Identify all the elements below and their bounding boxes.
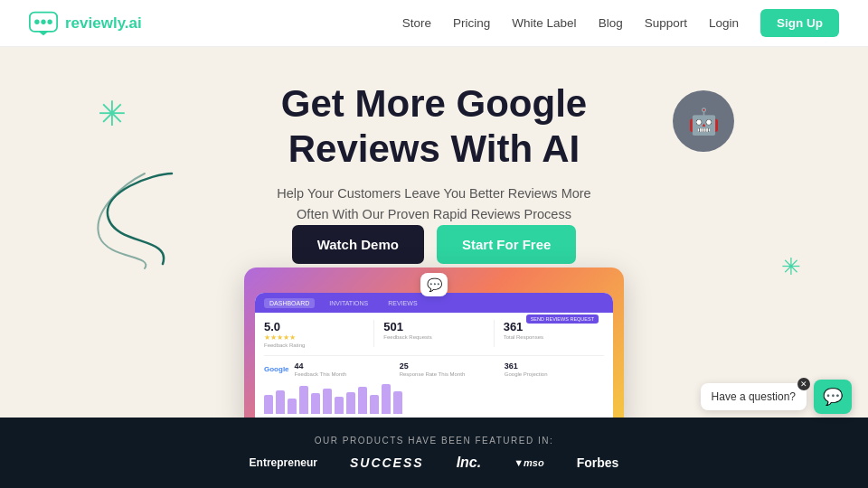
- navbar: reviewly.ai Store Pricing White Label Bl…: [0, 0, 868, 47]
- stat-rating: 5.0 ★★★★★ Feedback Rating: [264, 320, 364, 348]
- stat-this-month: 44 Feedback This Month: [295, 361, 394, 377]
- chat-bubble-wrapper: Have a question? ✕: [701, 383, 807, 410]
- logo-icon: [29, 11, 58, 36]
- bar-11: [382, 384, 391, 414]
- this-month-label: Feedback This Month: [295, 371, 394, 377]
- logo-text: reviewly.ai: [65, 14, 142, 33]
- chat-widget: Have a question? ✕ 💬: [701, 380, 852, 414]
- nav-store[interactable]: Store: [402, 16, 431, 30]
- hero-subtitle: Help Your Customers Leave You Better Rev…: [271, 183, 597, 225]
- bar-12: [393, 391, 402, 414]
- bar-4: [299, 386, 308, 415]
- chat-button[interactable]: 💬: [814, 380, 852, 414]
- squiggle-deco: [81, 164, 199, 273]
- logo-inc: Inc.: [457, 455, 482, 471]
- logo-forbes: Forbes: [577, 455, 619, 470]
- send-reviews-btn: SEND REVIEWS REQUEST: [526, 314, 599, 324]
- bar-10: [370, 395, 379, 414]
- response-rate-label: Response Rate This Month: [400, 371, 499, 377]
- divider-1: [373, 320, 374, 347]
- bar-3: [288, 399, 297, 415]
- stats-row: 5.0 ★★★★★ Feedback Rating 501 Feedback R…: [264, 320, 604, 348]
- nav-blog[interactable]: Blog: [599, 16, 623, 30]
- logo-mso: ▼mso: [514, 457, 544, 468]
- robot-icon: 🤖: [673, 90, 734, 152]
- hero-title: Get More Google Reviews With AI: [281, 81, 587, 171]
- feedback-label: Feedback Requests: [383, 334, 484, 340]
- nav-pricing[interactable]: Pricing: [453, 16, 490, 30]
- google-projected-label: Google Projection: [505, 371, 604, 377]
- bar-7: [335, 397, 344, 414]
- featured-label: OUR PRODUCTS HAVE BEEN FEATURED IN:: [315, 436, 553, 446]
- nav-whitelabel[interactable]: White Label: [512, 16, 576, 30]
- bar-chart: [264, 382, 604, 414]
- feedback-number: 501: [383, 320, 484, 333]
- divider-2: [494, 320, 495, 347]
- featured-logos: Entrepreneur SUCCESS Inc. ▼mso Forbes: [250, 455, 619, 471]
- rating-number: 5.0: [264, 320, 364, 333]
- logo-entrepreneur: Entrepreneur: [250, 456, 317, 469]
- tab-dashboard: DASHBOARD: [264, 298, 315, 308]
- dashboard-mockup: 💬 DASHBOARD INVITATIONS REVIEWS SEND REV…: [244, 267, 624, 418]
- google-row: Google 44 Feedback This Month 25 Respons…: [264, 355, 604, 377]
- logo[interactable]: reviewly.ai: [29, 11, 142, 36]
- logo-success: SUCCESS: [350, 455, 424, 470]
- stat-feedback: 501 Feedback Requests: [383, 320, 484, 340]
- hero-section: ✳ 🤖 ✳ Get More Google Reviews With AI He…: [0, 47, 868, 418]
- nav-support[interactable]: Support: [645, 16, 687, 30]
- svg-point-1: [34, 19, 39, 23]
- snowflake-left-icon: ✳: [98, 94, 127, 134]
- bar-9: [358, 387, 367, 414]
- signup-button[interactable]: Sign Up: [760, 9, 839, 37]
- nav-login[interactable]: Login: [709, 16, 739, 30]
- rating-label: Feedback Rating: [264, 343, 364, 348]
- bottom-bar: OUR PRODUCTS HAVE BEEN FEATURED IN: Entr…: [0, 418, 868, 488]
- chat-bubble: Have a question?: [701, 383, 807, 410]
- tab-invitations: INVITATIONS: [324, 298, 373, 308]
- watch-demo-button[interactable]: Watch Demo: [292, 225, 424, 264]
- response-rate-num: 25: [400, 361, 499, 371]
- snowflake-right-icon: ✳: [781, 253, 801, 281]
- rating-stars: ★★★★★: [264, 333, 364, 342]
- bar-6: [323, 389, 332, 414]
- nav-links: Store Pricing White Label Blog Support L…: [402, 9, 839, 37]
- bar-5: [311, 393, 320, 414]
- bar-2: [276, 390, 285, 414]
- svg-point-2: [41, 19, 45, 23]
- start-free-button[interactable]: Start For Free: [437, 225, 576, 264]
- chat-close-icon[interactable]: ✕: [797, 378, 810, 390]
- chat-mockup-icon: 💬: [420, 273, 448, 296]
- google-logo: Google: [264, 365, 289, 373]
- stat-response-rate: 25 Response Rate This Month: [400, 361, 499, 377]
- bar-1: [264, 395, 273, 414]
- this-month-num: 44: [295, 361, 394, 371]
- google-projected-num: 361: [505, 361, 604, 371]
- dashboard-content: 5.0 ★★★★★ Feedback Rating 501 Feedback R…: [255, 313, 613, 418]
- svg-point-3: [47, 19, 52, 23]
- dashboard-inner: DASHBOARD INVITATIONS REVIEWS SEND REVIE…: [255, 293, 613, 418]
- stat-google-projected: 361 Google Projection: [505, 361, 604, 377]
- tab-reviews: REVIEWS: [382, 298, 422, 308]
- responses-label: Total Responses: [504, 334, 604, 340]
- bar-8: [346, 392, 355, 415]
